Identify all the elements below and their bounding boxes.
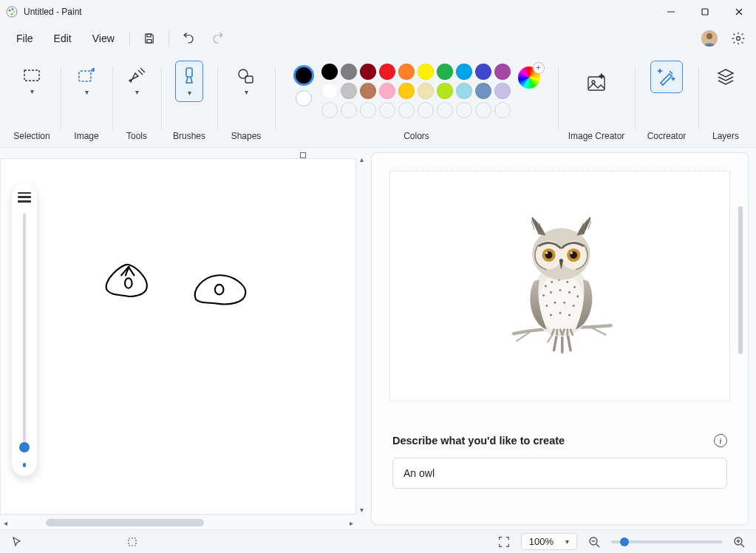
tools-button[interactable]: ▾ — [118, 61, 155, 102]
cocreator-preview[interactable] — [389, 171, 730, 401]
zoom-in-button[interactable] — [729, 532, 749, 552]
svg-rect-19 — [588, 77, 605, 90]
svg-point-12 — [706, 33, 712, 39]
svg-rect-57 — [129, 538, 136, 546]
color-swatch[interactable] — [360, 83, 376, 99]
custom-color-slot[interactable] — [418, 102, 434, 118]
color-swatch[interactable] — [494, 83, 511, 99]
menu-file[interactable]: File — [6, 28, 44, 49]
svg-point-0 — [7, 7, 17, 17]
shapes-button[interactable]: ▾ — [228, 61, 265, 102]
svg-rect-16 — [186, 68, 192, 77]
redo-button[interactable] — [203, 26, 233, 51]
settings-button[interactable] — [726, 27, 750, 50]
chevron-down-icon: ▾ — [245, 88, 248, 96]
group-label-image: Image — [74, 131, 98, 144]
canvas-resize-handle[interactable] — [300, 152, 306, 158]
info-icon[interactable]: i — [714, 434, 727, 447]
svg-point-37 — [563, 302, 565, 304]
custom-color-slot[interactable] — [437, 102, 453, 118]
color-swatch[interactable] — [398, 64, 415, 80]
custom-color-slot[interactable] — [398, 102, 415, 118]
color-swatch[interactable] — [418, 83, 434, 99]
zoom-dropdown[interactable]: 100% ▾ — [521, 533, 577, 550]
color-swatch[interactable] — [437, 83, 453, 99]
zoom-slider-knob[interactable] — [620, 537, 629, 546]
svg-point-25 — [545, 285, 547, 288]
brushes-button[interactable]: ▾ — [175, 61, 203, 102]
scroll-right-icon[interactable]: ▸ — [346, 518, 356, 528]
custom-color-slot[interactable] — [379, 102, 395, 118]
custom-color-slot[interactable] — [456, 102, 472, 118]
custom-color-slot[interactable] — [321, 102, 338, 118]
color-swatch[interactable] — [398, 83, 415, 99]
custom-color-slot[interactable] — [341, 102, 357, 118]
custom-color-slot[interactable] — [360, 102, 376, 118]
svg-rect-10 — [147, 40, 151, 44]
svg-point-2 — [12, 8, 14, 10]
scrollbar-thumb[interactable] — [46, 519, 204, 526]
color-swatch[interactable] — [494, 64, 511, 80]
selection-size-icon — [123, 532, 142, 552]
close-button[interactable] — [722, 0, 756, 24]
color-swatch[interactable] — [456, 64, 472, 80]
app-icon — [6, 6, 18, 18]
scroll-up-icon[interactable]: ▴ — [356, 154, 367, 164]
scroll-left-icon[interactable]: ◂ — [0, 518, 10, 528]
minimize-button[interactable] — [654, 0, 688, 24]
brush-size-panel[interactable] — [12, 183, 37, 476]
svg-point-13 — [737, 37, 740, 41]
menu-view[interactable]: View — [82, 28, 125, 49]
selection-tool[interactable]: ▾ — [13, 61, 50, 102]
slider-knob[interactable] — [19, 442, 30, 452]
horizontal-scrollbar[interactable]: ◂ ▸ — [0, 518, 356, 528]
color-swatch[interactable] — [475, 64, 491, 80]
edit-colors-button[interactable] — [518, 67, 540, 89]
custom-color-slot[interactable] — [475, 102, 491, 118]
undo-button[interactable] — [174, 26, 203, 51]
cocreator-button[interactable] — [650, 61, 683, 93]
color-swatch[interactable] — [341, 64, 357, 80]
svg-point-29 — [573, 286, 576, 288]
primary-color[interactable] — [293, 65, 314, 86]
svg-point-39 — [550, 314, 552, 316]
vertical-scrollbar[interactable]: ▴ ▾ — [356, 154, 367, 515]
brush-size-slider[interactable] — [23, 213, 26, 452]
fit-to-window-button[interactable] — [494, 532, 514, 552]
color-swatch[interactable] — [379, 64, 395, 80]
color-swatch[interactable] — [456, 83, 472, 99]
layers-button[interactable] — [709, 61, 742, 93]
zoom-slider[interactable] — [611, 540, 722, 543]
menu-edit[interactable]: Edit — [44, 28, 82, 49]
image-tool[interactable]: ▾ — [68, 61, 105, 102]
brush-size-icon — [18, 192, 31, 203]
color-swatch[interactable] — [321, 83, 338, 99]
maximize-button[interactable] — [688, 0, 722, 24]
save-button[interactable] — [134, 26, 164, 51]
cocreator-describe-label: Describe what you'd like to create — [392, 435, 565, 447]
svg-line-62 — [741, 544, 744, 547]
scrollbar-thumb[interactable] — [738, 206, 743, 354]
secondary-color[interactable] — [296, 90, 312, 106]
svg-point-33 — [568, 291, 571, 294]
panel-scrollbar[interactable] — [738, 199, 743, 506]
color-swatch[interactable] — [379, 83, 395, 99]
drawing-canvas[interactable] — [0, 158, 356, 515]
group-label-tools: Tools — [126, 131, 147, 144]
image-creator-button[interactable] — [574, 61, 619, 105]
custom-color-slot[interactable] — [494, 102, 511, 118]
svg-point-56 — [571, 252, 573, 254]
svg-point-3 — [13, 11, 16, 13]
user-avatar[interactable] — [701, 30, 718, 47]
scroll-down-icon[interactable]: ▾ — [356, 504, 367, 515]
color-swatch[interactable] — [360, 64, 376, 80]
cocreator-prompt-input[interactable]: An owl — [392, 458, 727, 489]
color-swatch[interactable] — [437, 64, 453, 80]
color-swatch[interactable] — [475, 83, 491, 99]
svg-rect-6 — [702, 9, 708, 15]
color-swatch[interactable] — [341, 83, 357, 99]
zoom-out-button[interactable] — [585, 532, 604, 552]
color-swatch[interactable] — [321, 64, 338, 80]
color-swatch[interactable] — [418, 64, 434, 80]
svg-point-28 — [566, 281, 568, 283]
